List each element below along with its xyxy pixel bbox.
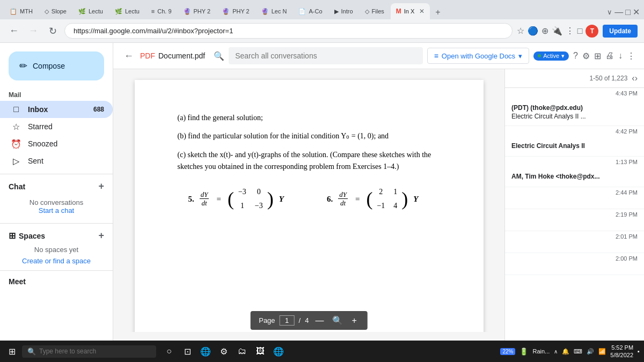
notification-icon[interactable]: 🔔 xyxy=(562,348,569,355)
math-display: 5. dY dt = ( xyxy=(178,184,441,215)
eq5-label: 5. xyxy=(188,193,194,205)
minimize-icon[interactable]: — xyxy=(614,8,623,17)
eq6-rparen: ) xyxy=(401,189,408,209)
list-item[interactable] xyxy=(505,220,644,231)
reload-button[interactable]: ↻ xyxy=(45,24,60,39)
volume-icon[interactable]: 🔊 xyxy=(587,348,594,355)
profile-icon[interactable]: 🔵 xyxy=(528,26,538,36)
doc-content: (a) find the general solution; (b) find … xyxy=(113,69,504,332)
list-item[interactable] xyxy=(505,264,644,275)
up-arrow-icon[interactable]: ∧ xyxy=(554,349,558,354)
gmail-search-input[interactable] xyxy=(229,47,422,64)
tab-intro[interactable]: ▶ Intro xyxy=(329,3,358,19)
wifi-icon[interactable]: 📶 xyxy=(598,348,606,355)
star-icon: ☆ xyxy=(11,122,21,132)
eq5-lhs: dY dt xyxy=(199,190,210,208)
taskbar-search-input[interactable] xyxy=(39,348,136,355)
tab-ch9[interactable]: ≡ Ch. 9 xyxy=(146,3,177,19)
zoom-out-button[interactable]: — xyxy=(313,315,326,327)
tab-ch9-label: Ch. 9 xyxy=(157,8,171,14)
grid-icon[interactable]: ⊞ xyxy=(594,51,601,61)
list-item[interactable]: (PDT) (thoke@pdx.edu) Electric Circuit A… xyxy=(505,99,644,126)
sidebar-item-starred[interactable]: ☆ Starred xyxy=(0,118,113,135)
show-desktop-icon[interactable]: ▪ xyxy=(638,348,640,354)
more-options-icon[interactable]: ⋮ xyxy=(627,51,635,61)
help-icon[interactable]: ? xyxy=(573,51,578,61)
eq6-equals: = xyxy=(355,193,360,205)
pagination-next-icon[interactable]: › xyxy=(635,73,638,83)
sidebar-item-sent[interactable]: ▷ Sent xyxy=(0,152,113,169)
open-with-docs-button[interactable]: ≡ Open with Google Docs ▾ xyxy=(427,48,529,64)
user-avatar[interactable]: T xyxy=(586,25,598,38)
list-item[interactable]: Electric Circuit Analys II xyxy=(505,137,644,157)
email-list-header: 1-50 of 1,223 ‹ › xyxy=(505,69,644,88)
tab-aco[interactable]: 📄 A-Co xyxy=(293,3,327,19)
taskbar-photo-icon[interactable]: 🖼 xyxy=(252,343,269,360)
address-input[interactable] xyxy=(64,23,513,39)
taskbar-browser-icon[interactable]: 🌐 xyxy=(270,343,287,360)
meet-label-text: Meet xyxy=(9,277,26,286)
back-button[interactable]: ← xyxy=(6,24,21,39)
gmail-back-button[interactable]: ← xyxy=(122,48,136,64)
keyboard-icon[interactable]: ⌨ xyxy=(574,348,582,355)
menu-icon[interactable]: ⋮ xyxy=(566,26,574,36)
inbox-badge: 688 xyxy=(93,106,104,113)
create-space-link[interactable]: Create or find a space xyxy=(0,256,113,266)
tab-lectu1[interactable]: 🌿 Lectu xyxy=(73,3,108,19)
list-item[interactable] xyxy=(505,198,644,209)
tab-phy2-2[interactable]: 🔮 PHY 2 xyxy=(217,3,255,19)
tab-inbox[interactable]: M In X ✕ xyxy=(391,3,430,19)
sidebar-item-snoozed[interactable]: ⏰ Snoozed xyxy=(0,135,113,152)
close-window-icon[interactable]: ✕ xyxy=(633,7,640,17)
tab-slope-label: Slope xyxy=(52,8,67,14)
tab-inbox-close-icon[interactable]: ✕ xyxy=(419,8,425,15)
taskbar-multitask-icon[interactable]: ⊡ xyxy=(179,343,196,360)
compose-button[interactable]: ✏ Compose xyxy=(9,51,104,80)
taskbar-chrome-icon[interactable]: 🌐 xyxy=(197,343,214,360)
list-item[interactable] xyxy=(505,242,644,253)
taskbar-file-icon[interactable]: 🗂 xyxy=(233,343,251,360)
chat-plus-icon[interactable]: + xyxy=(98,181,104,192)
page-number-input[interactable] xyxy=(280,315,295,326)
maximize-icon[interactable]: □ xyxy=(625,8,631,17)
email-sender-1: Electric Circuit Analys II xyxy=(511,142,638,150)
new-tab-button[interactable]: + xyxy=(431,5,444,19)
sent-icon: ▷ xyxy=(11,156,21,166)
tab-mth[interactable]: 📋 MTH xyxy=(4,3,38,19)
search-in-doc-button[interactable]: 🔍 xyxy=(330,314,345,327)
spaces-plus-icon[interactable]: + xyxy=(98,230,104,241)
eq6-matrix-values: 2 1 −1 4 xyxy=(372,184,401,215)
sidebar-divider-3 xyxy=(0,270,113,271)
forward-button[interactable]: → xyxy=(26,24,41,39)
download-icon[interactable]: ↓ xyxy=(618,51,623,61)
tab-lecn[interactable]: 🔮 Lec N xyxy=(256,3,292,19)
zoom-in-button[interactable]: + xyxy=(349,315,358,327)
email-timestamp-4: 2:44 PM xyxy=(505,187,644,198)
tab-slope[interactable]: ◇ Slope xyxy=(39,3,72,19)
tab-phy2-1[interactable]: 🔮 PHY 2 xyxy=(178,3,216,19)
tab-collapse-icon[interactable]: ∨ xyxy=(607,8,612,16)
list-item[interactable]: AM, Tim Hoke <thoke@pdx... xyxy=(505,167,644,187)
settings-icon[interactable]: ⊕ xyxy=(541,26,548,36)
bookmark-icon[interactable]: ☆ xyxy=(517,26,524,36)
start-chat-link[interactable]: Start a chat xyxy=(11,206,102,215)
tab-lectu2[interactable]: 🌿 Lectu xyxy=(109,3,145,19)
tab-files[interactable]: ◇ Files xyxy=(360,3,390,19)
active-dropdown-icon: ▾ xyxy=(561,53,565,60)
start-menu-button[interactable]: ⊞ xyxy=(4,344,20,359)
equation-5: 5. dY dt = ( xyxy=(188,184,284,215)
doc-page: (a) find the general solution; (b) find … xyxy=(135,80,484,332)
print-icon[interactable]: 🖨 xyxy=(605,51,614,61)
taskbar-cortana-icon[interactable]: ○ xyxy=(160,343,178,360)
update-button[interactable]: Update xyxy=(603,25,638,38)
tab-phy2-2-label: PHY 2 xyxy=(232,8,250,14)
settings-gear-icon[interactable]: ⚙ xyxy=(582,51,590,61)
address-bar: ← → ↻ ☆ 🔵 ⊕ 🔌 ⋮ □ T Update xyxy=(0,19,644,43)
extensions-icon[interactable]: 🔌 xyxy=(552,26,562,36)
email-timestamp-1: 4:43 PM xyxy=(505,88,644,99)
window-icon[interactable]: □ xyxy=(577,26,583,36)
taskbar-settings-icon[interactable]: ⚙ xyxy=(215,343,232,360)
tab-lectu1-label: Lectu xyxy=(89,8,103,14)
sidebar-divider-2 xyxy=(0,223,113,224)
sidebar-item-inbox[interactable]: □ Inbox 688 xyxy=(0,101,113,118)
